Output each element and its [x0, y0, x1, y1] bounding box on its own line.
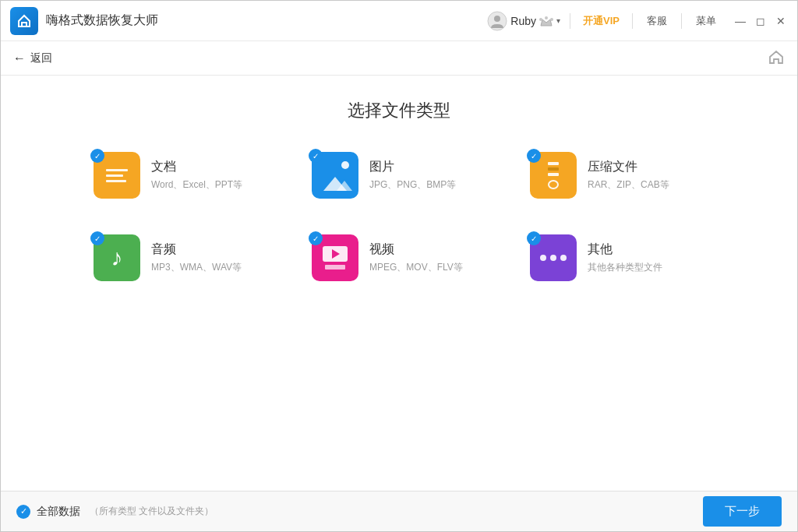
- back-button[interactable]: ← 返回: [13, 51, 52, 65]
- vip-button[interactable]: 开通VIP: [580, 12, 623, 30]
- zip-desc: RAR、ZIP、CAB等: [588, 178, 704, 192]
- video-desc: MPEG、MOV、FLV等: [369, 261, 486, 274]
- divider1: [570, 13, 570, 29]
- check-badge-zip: ✓: [527, 149, 541, 163]
- next-button[interactable]: 下一步: [703, 496, 782, 527]
- svg-point-4: [545, 16, 548, 19]
- audio-desc: MP3、WMA、WAV等: [151, 261, 268, 274]
- svg-point-1: [494, 16, 500, 22]
- audio-info: 音频 MP3、WMA、WAV等: [151, 241, 268, 274]
- check-badge-other: ✓: [527, 231, 541, 245]
- close-button[interactable]: ✕: [774, 14, 788, 28]
- file-type-grid: ✓ 文档 Word、Excel、PPT等: [87, 146, 711, 287]
- menu-button[interactable]: 菜单: [691, 12, 721, 30]
- user-area[interactable]: Ruby ▾: [487, 11, 560, 31]
- back-arrow-icon: ←: [13, 51, 26, 65]
- other-name: 其他: [588, 241, 704, 258]
- file-type-img[interactable]: ✓ 图片 JPG、PNG、BMP等: [305, 146, 493, 205]
- check-badge-doc: ✓: [90, 149, 104, 163]
- minimize-button[interactable]: —: [733, 14, 747, 28]
- other-info: 其他 其他各种类型文件: [588, 241, 704, 274]
- user-avatar-icon: [487, 11, 507, 31]
- bottombar: ✓ 全部数据 （所有类型 文件以及文件夹） 下一步: [1, 491, 797, 531]
- navbar: ← 返回: [1, 41, 797, 76]
- page-title: 选择文件类型: [48, 99, 750, 122]
- titlebar-left: 嗨格式数据恢复大师: [10, 7, 487, 35]
- file-type-doc[interactable]: ✓ 文档 Word、Excel、PPT等: [87, 146, 274, 205]
- home-button[interactable]: [768, 48, 785, 69]
- select-all-sub: （所有类型 文件以及文件夹）: [90, 505, 214, 518]
- doc-info: 文档 Word、Excel、PPT等: [151, 159, 268, 192]
- file-type-zip[interactable]: ✓ 压缩文件 RAR、ZIP、CAB等: [524, 146, 711, 205]
- zip-info: 压缩文件 RAR、ZIP、CAB等: [588, 159, 704, 192]
- dropdown-arrow-icon[interactable]: ▾: [556, 16, 560, 25]
- app-title: 嗨格式数据恢复大师: [46, 12, 158, 29]
- zip-name: 压缩文件: [588, 159, 704, 175]
- svg-point-3: [539, 18, 542, 21]
- file-type-audio[interactable]: ✓ ♪ 音频 MP3、WMA、WAV等: [87, 228, 274, 287]
- svg-marker-2: [541, 19, 552, 26]
- img-desc: JPG、PNG、BMP等: [369, 178, 486, 192]
- audio-name: 音频: [151, 241, 268, 258]
- file-type-other[interactable]: ✓ 其他 其他各种类型文件: [524, 228, 711, 287]
- check-badge-audio: ✓: [90, 231, 104, 245]
- check-badge-video: ✓: [309, 231, 323, 245]
- divider3: [681, 13, 682, 29]
- file-type-video[interactable]: ✓ 视频 MPEG、MOV、FLV等: [305, 228, 493, 287]
- titlebar: 嗨格式数据恢复大师 Ruby ▾ 开: [1, 1, 797, 41]
- video-info: 视频 MPEG、MOV、FLV等: [369, 241, 486, 274]
- other-desc: 其他各种类型文件: [588, 261, 704, 274]
- img-info: 图片 JPG、PNG、BMP等: [369, 159, 486, 192]
- img-sun: [341, 161, 349, 169]
- svg-point-5: [550, 18, 553, 21]
- username-label: Ruby: [510, 15, 536, 27]
- check-badge-img: ✓: [309, 149, 323, 163]
- main-content: 选择文件类型 ✓ 文档 Word、Excel、PPT等: [1, 76, 797, 491]
- app-logo: [10, 7, 38, 35]
- img-name: 图片: [369, 159, 486, 175]
- home-icon: [768, 48, 785, 65]
- video-name: 视频: [369, 241, 486, 258]
- doc-desc: Word、Excel、PPT等: [151, 178, 268, 192]
- back-label: 返回: [30, 51, 52, 65]
- service-button[interactable]: 客服: [642, 12, 672, 30]
- app-window: 嗨格式数据恢复大师 Ruby ▾ 开: [0, 0, 798, 532]
- divider2: [632, 13, 633, 29]
- select-all-check: ✓: [16, 505, 30, 519]
- crown-icon: [539, 15, 553, 27]
- select-all-area[interactable]: ✓ 全部数据 （所有类型 文件以及文件夹）: [16, 505, 214, 519]
- window-controls: — ◻ ✕: [733, 14, 788, 28]
- maximize-button[interactable]: ◻: [754, 14, 768, 28]
- select-all-label: 全部数据: [37, 505, 80, 519]
- titlebar-right: Ruby ▾ 开通VIP 客服 菜单 — ◻ ✕: [487, 11, 788, 31]
- doc-name: 文档: [151, 159, 268, 175]
